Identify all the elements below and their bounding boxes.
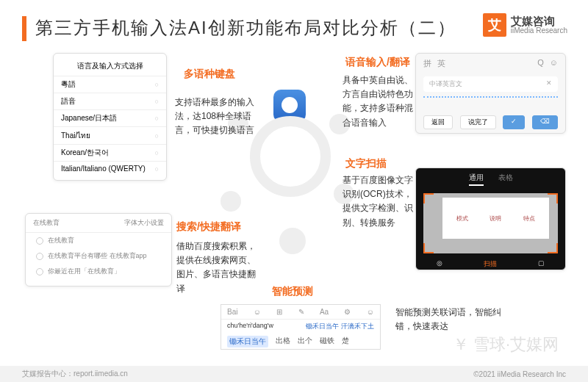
waveform-icon [423, 96, 558, 109]
toolbar-icon[interactable]: ☺ [367, 308, 374, 316]
done-button[interactable]: 说完了 [460, 115, 496, 129]
lang-row[interactable]: Korean/한국어○ [54, 144, 166, 161]
voice-tab[interactable]: 英 [437, 58, 445, 69]
candidate[interactable]: 出格 [276, 336, 290, 347]
delete-button[interactable]: ⌫ [532, 115, 558, 129]
toolbar-icon[interactable]: Bai [227, 308, 237, 316]
voice-input[interactable]: 中译英言文 [429, 79, 462, 89]
confirm-button[interactable]: ✓ [503, 115, 525, 129]
gallery-icon[interactable]: ▢ [538, 259, 545, 269]
candidate[interactable]: 楚 [342, 336, 349, 347]
brand-logo-icon: 艾 [483, 13, 506, 37]
candidate[interactable]: 锄禾日当午 [227, 336, 268, 347]
lang-row[interactable]: 語音○ [54, 93, 166, 109]
feature-desc-search: 借助百度搜索积累，提供在线搜索网页、图片、多语言快捷翻译 [176, 239, 256, 296]
toolbar-icon[interactable]: ✎ [298, 308, 304, 316]
watermark: ￥ 雪球·艾媒网 [453, 334, 559, 356]
brand-block: 艾 艾媒咨询 iiMedia Research [483, 13, 567, 37]
footer: 艾媒报告中心：report.iimedia.cn ©2021 iiMedia R… [0, 366, 588, 382]
accent-bar [22, 16, 26, 41]
feature-desc-multilang: 支持语种最多的输入法，达108种全球语言，可快捷切换语言 [175, 96, 256, 138]
lang-row[interactable]: Japanese/日本語○ [54, 109, 166, 126]
voice-tab[interactable]: ☺ [550, 58, 558, 69]
feature-desc-predict: 智能预测关联词语，智能纠错，快速表达 [395, 306, 506, 334]
search-panel: 在线教育 字体大小设置 在线教育 在线教育平台有哪些 在线教育app 你最近在用… [25, 213, 172, 286]
node-icon [279, 228, 306, 254]
scan-button[interactable]: 扫描 [484, 259, 497, 269]
feature-ring [250, 116, 331, 197]
lang-row[interactable]: 粵語○ [54, 76, 166, 93]
back-button[interactable]: 返回 [423, 115, 453, 129]
camera-icon[interactable]: ◎ [437, 259, 442, 269]
candidate[interactable]: 磁铁 [320, 336, 334, 347]
feature-title-predict: 智能预测 [272, 285, 313, 298]
toolbar-icon[interactable]: Aa [320, 308, 329, 316]
footer-right: ©2021 iiMedia Research Inc [473, 370, 566, 378]
ocr-result-card: 模式说明特点 [442, 198, 549, 239]
feature-title-multilang: 多语种键盘 [184, 68, 235, 81]
feature-desc-ocr: 基于百度图像文字识别(OCR)技术，提供文字检测、识别、转换服务 [343, 173, 413, 230]
lang-panel-title: 语言及输入方式选择 [54, 58, 166, 76]
lang-row[interactable]: Thai/ไทย○ [54, 126, 166, 144]
brand-name: 艾媒咨询 [511, 15, 567, 26]
feature-desc-voice: 具备中英自由说、方言自由说特色功能，支持多语种混合语音输入 [343, 73, 413, 130]
voice-panel: 拼 英 Q ☺ 中译英言文 ✕ 返回 说完了 ✓ ⌫ [415, 53, 566, 134]
candidate[interactable]: 出个 [298, 336, 312, 347]
voice-tab[interactable]: 拼 [423, 58, 431, 69]
ocr-panel: 通用 表格 模式说明特点 ◎ 扫描 ▢ [415, 167, 566, 270]
search-tab[interactable]: 在线教育 [33, 218, 60, 228]
voice-tab[interactable]: Q [537, 58, 544, 69]
footer-left: 艾媒报告中心：report.iimedia.cn [22, 369, 128, 379]
ocr-tab[interactable]: 通用 [469, 173, 484, 186]
toolbar-icon[interactable]: ☺ [254, 308, 261, 316]
radio-icon[interactable] [36, 253, 43, 260]
radio-icon[interactable] [36, 268, 43, 275]
lang-panel: 语言及输入方式选择 粵語○ 語音○ Japanese/日本語○ Thai/ไทย… [53, 53, 167, 181]
page-title: 第三方手机输入法AI创新功能布局对比分析（二） [35, 16, 456, 40]
toolbar-icon[interactable]: ⚙ [344, 308, 351, 316]
ocr-tab[interactable]: 表格 [498, 173, 513, 186]
cloud-candidate[interactable]: 锄禾日当午 汗滴禾下土 [306, 322, 374, 331]
toolbar-icon[interactable]: ⊞ [276, 308, 282, 316]
feature-title-search: 搜索/快捷翻译 [176, 220, 241, 234]
ocr-viewport: 模式说明特点 [423, 193, 558, 253]
radio-icon[interactable] [36, 237, 43, 245]
close-icon[interactable]: ✕ [546, 79, 552, 89]
node-icon [220, 191, 241, 212]
lang-row[interactable]: Italian/Italiano (QWERTY)○ [54, 161, 166, 176]
pinyin-text: chu'he'ri'dang'w [227, 322, 273, 331]
predict-bar: Bai ☺ ⊞ ✎ Aa ⚙ ☺ chu'he'ri'dang'w 锄禾日当午 … [220, 304, 381, 350]
feature-title-voice: 语音输入/翻译 [345, 56, 410, 69]
brand-sub: iiMedia Research [511, 26, 567, 35]
feature-title-ocr: 文字扫描 [345, 157, 387, 170]
search-tab[interactable]: 字体大小设置 [124, 218, 164, 228]
